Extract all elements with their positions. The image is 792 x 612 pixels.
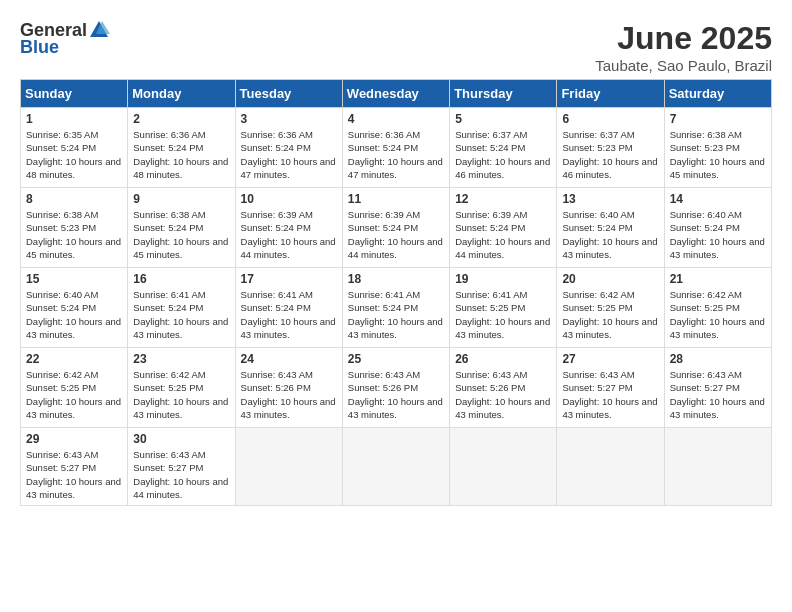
day-number: 22 [26, 352, 122, 366]
table-row: 28Sunrise: 6:43 AMSunset: 5:27 PMDayligh… [664, 348, 771, 428]
day-number: 28 [670, 352, 766, 366]
page-header: General Blue June 2025 Taubate, Sao Paul… [10, 10, 782, 79]
table-row: 13Sunrise: 6:40 AMSunset: 5:24 PMDayligh… [557, 188, 664, 268]
table-row: 4Sunrise: 6:36 AMSunset: 5:24 PMDaylight… [342, 108, 449, 188]
table-row: 18Sunrise: 6:41 AMSunset: 5:24 PMDayligh… [342, 268, 449, 348]
day-number: 7 [670, 112, 766, 126]
table-row: 11Sunrise: 6:39 AMSunset: 5:24 PMDayligh… [342, 188, 449, 268]
day-info: Sunrise: 6:43 AMSunset: 5:27 PMDaylight:… [562, 368, 658, 421]
day-info: Sunrise: 6:43 AMSunset: 5:26 PMDaylight:… [241, 368, 337, 421]
day-number: 30 [133, 432, 229, 446]
day-info: Sunrise: 6:43 AMSunset: 5:27 PMDaylight:… [670, 368, 766, 421]
calendar-week-row: 1Sunrise: 6:35 AMSunset: 5:24 PMDaylight… [21, 108, 772, 188]
table-row: 24Sunrise: 6:43 AMSunset: 5:26 PMDayligh… [235, 348, 342, 428]
table-row [450, 428, 557, 506]
col-friday: Friday [557, 80, 664, 108]
day-number: 17 [241, 272, 337, 286]
day-number: 13 [562, 192, 658, 206]
day-number: 18 [348, 272, 444, 286]
col-wednesday: Wednesday [342, 80, 449, 108]
day-info: Sunrise: 6:41 AMSunset: 5:24 PMDaylight:… [348, 288, 444, 341]
day-number: 24 [241, 352, 337, 366]
day-info: Sunrise: 6:38 AMSunset: 5:23 PMDaylight:… [670, 128, 766, 181]
col-saturday: Saturday [664, 80, 771, 108]
day-number: 4 [348, 112, 444, 126]
col-monday: Monday [128, 80, 235, 108]
logo-blue: Blue [20, 37, 59, 58]
table-row: 22Sunrise: 6:42 AMSunset: 5:25 PMDayligh… [21, 348, 128, 428]
table-row: 23Sunrise: 6:42 AMSunset: 5:25 PMDayligh… [128, 348, 235, 428]
day-number: 3 [241, 112, 337, 126]
table-row: 2Sunrise: 6:36 AMSunset: 5:24 PMDaylight… [128, 108, 235, 188]
day-info: Sunrise: 6:43 AMSunset: 5:27 PMDaylight:… [133, 448, 229, 501]
day-number: 15 [26, 272, 122, 286]
day-info: Sunrise: 6:40 AMSunset: 5:24 PMDaylight:… [670, 208, 766, 261]
table-row: 8Sunrise: 6:38 AMSunset: 5:23 PMDaylight… [21, 188, 128, 268]
day-info: Sunrise: 6:39 AMSunset: 5:24 PMDaylight:… [348, 208, 444, 261]
table-row: 21Sunrise: 6:42 AMSunset: 5:25 PMDayligh… [664, 268, 771, 348]
calendar-week-row: 29Sunrise: 6:43 AMSunset: 5:27 PMDayligh… [21, 428, 772, 506]
day-info: Sunrise: 6:43 AMSunset: 5:27 PMDaylight:… [26, 448, 122, 501]
day-number: 21 [670, 272, 766, 286]
table-row [342, 428, 449, 506]
day-number: 5 [455, 112, 551, 126]
day-info: Sunrise: 6:39 AMSunset: 5:24 PMDaylight:… [241, 208, 337, 261]
day-info: Sunrise: 6:41 AMSunset: 5:24 PMDaylight:… [241, 288, 337, 341]
day-info: Sunrise: 6:38 AMSunset: 5:23 PMDaylight:… [26, 208, 122, 261]
day-info: Sunrise: 6:35 AMSunset: 5:24 PMDaylight:… [26, 128, 122, 181]
day-info: Sunrise: 6:36 AMSunset: 5:24 PMDaylight:… [348, 128, 444, 181]
title-block: June 2025 Taubate, Sao Paulo, Brazil [595, 20, 772, 74]
day-number: 26 [455, 352, 551, 366]
table-row [557, 428, 664, 506]
day-info: Sunrise: 6:40 AMSunset: 5:24 PMDaylight:… [562, 208, 658, 261]
day-number: 10 [241, 192, 337, 206]
calendar-week-row: 22Sunrise: 6:42 AMSunset: 5:25 PMDayligh… [21, 348, 772, 428]
table-row: 15Sunrise: 6:40 AMSunset: 5:24 PMDayligh… [21, 268, 128, 348]
table-row: 17Sunrise: 6:41 AMSunset: 5:24 PMDayligh… [235, 268, 342, 348]
day-number: 23 [133, 352, 229, 366]
day-number: 25 [348, 352, 444, 366]
day-info: Sunrise: 6:42 AMSunset: 5:25 PMDaylight:… [133, 368, 229, 421]
table-row: 30Sunrise: 6:43 AMSunset: 5:27 PMDayligh… [128, 428, 235, 506]
day-info: Sunrise: 6:43 AMSunset: 5:26 PMDaylight:… [348, 368, 444, 421]
table-row: 7Sunrise: 6:38 AMSunset: 5:23 PMDaylight… [664, 108, 771, 188]
day-number: 27 [562, 352, 658, 366]
day-info: Sunrise: 6:41 AMSunset: 5:25 PMDaylight:… [455, 288, 551, 341]
logo-icon [88, 19, 110, 41]
day-number: 19 [455, 272, 551, 286]
day-number: 1 [26, 112, 122, 126]
day-number: 6 [562, 112, 658, 126]
day-number: 29 [26, 432, 122, 446]
table-row: 29Sunrise: 6:43 AMSunset: 5:27 PMDayligh… [21, 428, 128, 506]
day-number: 9 [133, 192, 229, 206]
table-row: 16Sunrise: 6:41 AMSunset: 5:24 PMDayligh… [128, 268, 235, 348]
table-row: 10Sunrise: 6:39 AMSunset: 5:24 PMDayligh… [235, 188, 342, 268]
calendar-week-row: 15Sunrise: 6:40 AMSunset: 5:24 PMDayligh… [21, 268, 772, 348]
table-row: 6Sunrise: 6:37 AMSunset: 5:23 PMDaylight… [557, 108, 664, 188]
table-row: 26Sunrise: 6:43 AMSunset: 5:26 PMDayligh… [450, 348, 557, 428]
day-info: Sunrise: 6:37 AMSunset: 5:24 PMDaylight:… [455, 128, 551, 181]
calendar-table: Sunday Monday Tuesday Wednesday Thursday… [20, 79, 772, 506]
table-row: 12Sunrise: 6:39 AMSunset: 5:24 PMDayligh… [450, 188, 557, 268]
day-number: 20 [562, 272, 658, 286]
day-info: Sunrise: 6:36 AMSunset: 5:24 PMDaylight:… [133, 128, 229, 181]
table-row: 5Sunrise: 6:37 AMSunset: 5:24 PMDaylight… [450, 108, 557, 188]
table-row: 9Sunrise: 6:38 AMSunset: 5:24 PMDaylight… [128, 188, 235, 268]
table-row [235, 428, 342, 506]
col-tuesday: Tuesday [235, 80, 342, 108]
col-thursday: Thursday [450, 80, 557, 108]
table-row: 19Sunrise: 6:41 AMSunset: 5:25 PMDayligh… [450, 268, 557, 348]
col-sunday: Sunday [21, 80, 128, 108]
day-number: 8 [26, 192, 122, 206]
calendar-header-row: Sunday Monday Tuesday Wednesday Thursday… [21, 80, 772, 108]
table-row: 1Sunrise: 6:35 AMSunset: 5:24 PMDaylight… [21, 108, 128, 188]
day-number: 14 [670, 192, 766, 206]
day-info: Sunrise: 6:43 AMSunset: 5:26 PMDaylight:… [455, 368, 551, 421]
day-info: Sunrise: 6:41 AMSunset: 5:24 PMDaylight:… [133, 288, 229, 341]
day-number: 11 [348, 192, 444, 206]
day-number: 2 [133, 112, 229, 126]
table-row: 3Sunrise: 6:36 AMSunset: 5:24 PMDaylight… [235, 108, 342, 188]
day-info: Sunrise: 6:42 AMSunset: 5:25 PMDaylight:… [670, 288, 766, 341]
calendar-week-row: 8Sunrise: 6:38 AMSunset: 5:23 PMDaylight… [21, 188, 772, 268]
day-info: Sunrise: 6:42 AMSunset: 5:25 PMDaylight:… [562, 288, 658, 341]
